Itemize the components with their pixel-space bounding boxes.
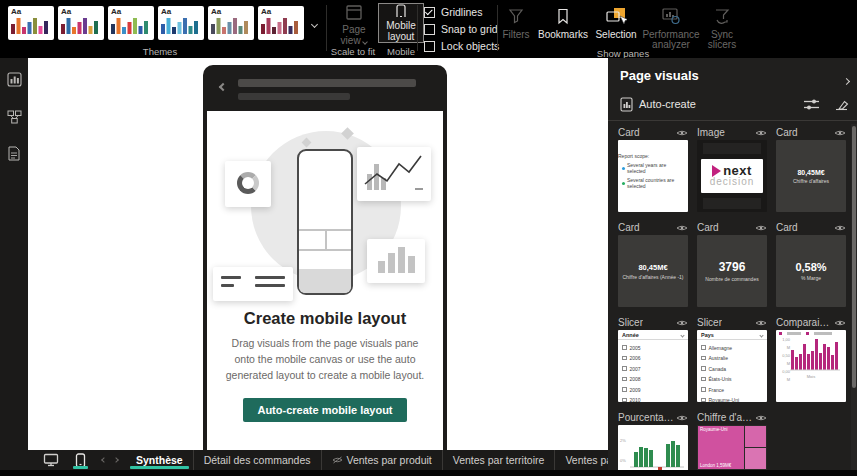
visual-thumbnail[interactable]: 3796 Nombre de commandes	[697, 235, 767, 307]
visual-card-marge[interactable]: Card 0,58% % Marge	[776, 221, 846, 307]
prev-page-icon[interactable]	[101, 457, 107, 463]
visibility-eye-icon[interactable]	[834, 319, 846, 327]
checkbox-icon	[424, 24, 435, 35]
card-value: 3796	[719, 260, 746, 274]
page-view-icon	[345, 5, 363, 21]
checkbox-icon	[622, 387, 627, 392]
collapse-panel-chevron-icon[interactable]	[844, 70, 849, 88]
visual-comparaison-chart[interactable]: Comparaison du... 1,00 M 0,50 M 0,00 M M…	[776, 316, 846, 402]
performance-analyzer-pane-button[interactable]: Performance analyzer	[640, 4, 702, 50]
visual-thumbnail[interactable]: Royaume-Uni London 1,59M€ France	[697, 425, 767, 476]
theme-thumbnail-4[interactable]: Aa	[158, 6, 204, 40]
theme-sample-text: Aa	[111, 8, 151, 16]
mobile-view-button[interactable]	[67, 450, 94, 470]
mobile-layout-label: Mobile	[386, 20, 415, 31]
themes-gallery: Aa Aa Aa Aa Aa Aa	[8, 6, 304, 40]
visibility-eye-icon[interactable]	[676, 414, 688, 422]
visibility-eye-icon[interactable]	[834, 224, 846, 232]
tab-ventes-par-territoire[interactable]: Ventes par territoire	[443, 450, 556, 470]
report-view-button[interactable]	[0, 66, 28, 92]
theme-thumbnail-1[interactable]: Aa	[8, 6, 54, 40]
tab-synthese[interactable]: Synthèse	[126, 450, 194, 470]
check-icon	[425, 7, 433, 15]
phone-outline-illustration	[297, 149, 353, 295]
bookmarks-pane-button[interactable]: Bookmarks	[534, 4, 592, 40]
tab-ventes-par-commercial[interactable]: Ventes par commercial	[555, 450, 608, 470]
auto-create-mobile-layout-button[interactable]: Auto-create mobile layout	[243, 398, 406, 422]
tab-ventes-par-produit[interactable]: Ventes par produit	[322, 450, 443, 470]
mobile-canvas[interactable]: Create mobile layout Drag visuals from t…	[207, 111, 443, 450]
visibility-eye-icon[interactable]	[755, 129, 767, 137]
visual-thumbnail[interactable]: Pays Allemagne Australie Canada États-Un…	[697, 330, 767, 402]
visual-thumbnail[interactable]: Report scope: Several years are selected…	[618, 140, 688, 212]
visibility-eye-icon[interactable]	[834, 129, 846, 137]
visual-card-ca-n1[interactable]: Card 80,45M€ Chiffre d'affaires (Année -…	[618, 221, 688, 307]
page-view-button[interactable]: Page view	[332, 5, 376, 46]
line-chart-card	[357, 147, 431, 201]
visual-title: Image	[697, 127, 725, 138]
bookmark-icon	[556, 8, 570, 25]
performance-analyzer-icon	[662, 7, 680, 25]
layout-options-sliders-icon[interactable]	[803, 98, 820, 111]
theme-thumbnail-6[interactable]: Aa	[258, 6, 304, 40]
tab-label: Ventes par produit	[347, 454, 432, 466]
theme-thumbnail-3[interactable]: Aa	[108, 6, 154, 40]
visibility-eye-icon[interactable]	[676, 224, 688, 232]
chart-body: 1,00 M 0,50 M 0,00 M	[776, 335, 846, 374]
panel-scrollbar[interactable]	[851, 124, 857, 476]
visual-thumbnail[interactable]: 0,58% % Marge	[776, 235, 846, 307]
visual-slicer-pays[interactable]: Slicer Pays Allemagne Australie Canada É…	[697, 316, 767, 402]
filters-pane-button[interactable]: Filters	[498, 4, 534, 40]
filter-funnel-icon	[508, 8, 524, 24]
visual-card-scope[interactable]: Card Report scope: Several years are sel…	[618, 126, 688, 212]
snap-to-grid-checkbox[interactable]: Snap to grid	[424, 23, 498, 35]
monitor-icon	[43, 453, 59, 467]
visual-thumbnail[interactable]: 1,00 M 0,50 M 0,00 M Mois	[776, 330, 846, 402]
card-caption: % Marge	[798, 275, 824, 281]
visual-card-ca[interactable]: Card 80,45M€ Chiffre d'affaires	[776, 126, 846, 212]
visual-card-orders[interactable]: Card 3796 Nombre de commandes	[697, 221, 767, 307]
scope-item: Several years are selected	[618, 162, 688, 174]
visibility-eye-icon[interactable]	[676, 129, 688, 137]
visual-thumbnail[interactable]: 2% 0%	[618, 425, 688, 476]
visual-thumbnail[interactable]: Année 2005 2006 2007 2008 2009 2010	[618, 330, 688, 402]
eraser-icon[interactable]	[834, 98, 849, 111]
visual-title: Slicer	[697, 317, 722, 328]
next-page-icon[interactable]	[113, 457, 119, 463]
visibility-eye-icon[interactable]	[755, 319, 767, 327]
scrollbar-thumb[interactable]	[852, 126, 856, 388]
tab-detail-des-commandes[interactable]: Détail des commandes	[194, 450, 322, 470]
visual-slicer-annee[interactable]: Slicer Année 2005 2006 2007 2008 2009 20…	[618, 316, 688, 402]
visibility-eye-icon[interactable]	[676, 319, 688, 327]
selection-label: Selection	[595, 30, 636, 40]
lock-objects-checkbox[interactable]: Lock objects	[424, 40, 499, 52]
next-decision-logo: next decision	[701, 159, 763, 193]
y-tick: 0%	[620, 457, 626, 465]
dax-query-view-button[interactable]	[0, 140, 28, 166]
visibility-eye-icon[interactable]	[755, 224, 767, 232]
visibility-eye-icon[interactable]	[755, 414, 767, 422]
visual-thumbnail[interactable]: next decision	[697, 140, 767, 212]
ribbon-separator	[417, 5, 418, 51]
visual-treemap-chart[interactable]: Chiffre d'affaires Royaume-Uni London 1,…	[697, 411, 767, 476]
card-caption: Chiffre d'affaires	[790, 178, 832, 184]
chevron-down-icon	[680, 333, 684, 337]
theme-thumbnail-5[interactable]: Aa	[208, 6, 254, 40]
themes-dropdown-chevron-icon[interactable]	[311, 21, 318, 28]
visual-thumbnail[interactable]: 80,45M€ Chiffre d'affaires	[776, 140, 846, 212]
desktop-view-button[interactable]	[35, 450, 67, 470]
gridlines-checkbox[interactable]: Gridlines	[424, 6, 482, 18]
model-view-button[interactable]	[0, 104, 28, 130]
treemap-block-small	[745, 448, 766, 469]
theme-thumbnail-2[interactable]: Aa	[58, 6, 104, 40]
visual-thumbnail[interactable]: 80,45M€ Chiffre d'affaires (Année -1)	[618, 235, 688, 307]
selection-pane-button[interactable]: Selection	[592, 4, 640, 40]
visual-image-logo[interactable]: Image next decision	[697, 126, 767, 212]
back-arrow-icon	[219, 83, 227, 91]
visual-pourcentage-chart[interactable]: Pourcentage de ... 2% 0%	[618, 411, 688, 476]
create-mobile-layout-title: Create mobile layout	[207, 309, 443, 328]
lock-objects-label: Lock objects	[441, 40, 499, 52]
sync-slicers-pane-button[interactable]: Sync slicers	[702, 4, 742, 50]
checkbox-icon	[622, 398, 627, 402]
theme-bars-chart	[161, 18, 201, 34]
